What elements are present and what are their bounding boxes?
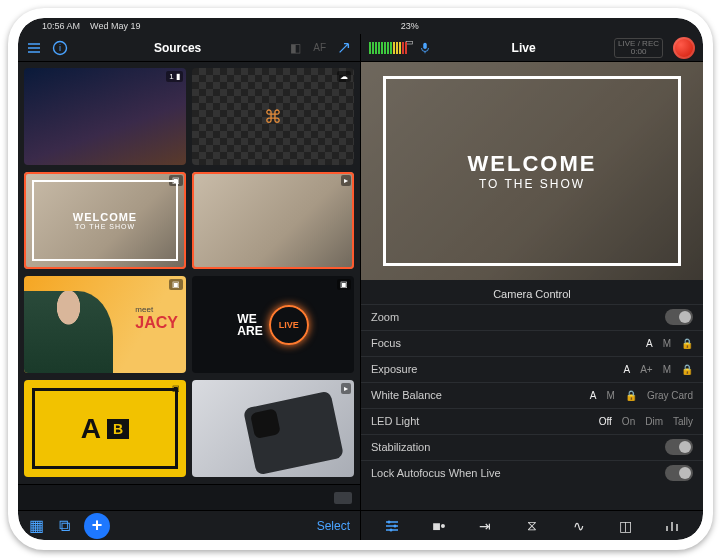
output-icon[interactable]: ⇥ [476,517,494,535]
source-thumb-6[interactable]: ▣ WEARE LIVE [192,276,354,373]
led-opt-dim[interactable]: Dim [645,416,663,427]
source-thumb-2[interactable]: ☁ ⌘ [192,68,354,165]
control-white-balance[interactable]: White Balance A M 🔒 Gray Card [361,382,703,408]
thumb6-live: LIVE [279,320,299,330]
overlay-icon[interactable]: ◫ [616,517,634,535]
layout-icon[interactable]: ⧉ [56,518,72,534]
left-footer: ▦ ⧉ + Select [18,510,360,540]
camera-icon[interactable]: ◧ [287,40,303,56]
exposure-opt-a[interactable]: A [623,364,630,375]
control-stabilization[interactable]: Stabilization [361,434,703,460]
control-zoom[interactable]: Zoom [361,304,703,330]
svg-text:i: i [59,43,61,53]
rec-badge-icon: 1 ▮ [166,71,183,82]
right-panel: Live LIVE / REC 0:00 WELCOME TO THE SHOW… [361,34,703,540]
exposure-opt-m[interactable]: M [663,364,671,375]
menu-icon[interactable] [26,40,42,56]
stabilization-toggle[interactable] [665,439,693,455]
record-button[interactable] [673,37,695,59]
focus-opt-a[interactable]: A [646,338,653,349]
share-icon[interactable] [336,40,352,56]
wb-opt-a[interactable]: A [590,390,597,401]
app-screen: 10:56 AM Wed May 19 ᯤ 23% ▭ i Sources [18,18,703,540]
lock-icon[interactable]: 🔒 [625,390,637,401]
source-thumb-8[interactable]: ▸ [192,380,354,477]
sources-title: Sources [154,41,201,55]
battery-label: 23% [401,21,419,31]
content: i Sources ◧ AF 1 ▮ ☁ ⌘ [18,34,703,540]
transition-icon[interactable]: ⧖ [523,517,541,535]
svg-point-5 [390,528,393,531]
lock-icon[interactable]: 🔒 [681,338,693,349]
camera-tab-icon[interactable]: ■• [430,517,448,535]
live-rec-time: 0:00 [618,48,659,56]
stab-label: Stabilization [371,441,665,453]
sliders-icon[interactable] [383,517,401,535]
camera-control-title: Camera Control [361,280,703,304]
svg-rect-2 [423,42,427,48]
source-thumb-4[interactable]: ▸ [192,172,354,269]
zoom-label: Zoom [371,311,665,323]
control-led[interactable]: LED Light Off On Dim Tally [361,408,703,434]
stats-icon[interactable] [663,517,681,535]
thumb5-name: JACY [135,314,178,332]
add-source-button[interactable]: + [84,513,110,539]
lockaf-label: Lock Autofocus When Live [371,467,665,479]
control-focus[interactable]: Focus A M 🔒 [361,330,703,356]
status-date: Wed May 19 [90,21,140,31]
status-bar: 10:56 AM Wed May 19 ᯤ 23% ▭ [18,18,703,34]
lock-icon[interactable]: 🔒 [681,364,693,375]
af-icon[interactable]: AF [313,42,326,53]
focus-opt-m[interactable]: M [663,338,671,349]
audio-meter [369,42,407,54]
ipad-frame: 10:56 AM Wed May 19 ᯤ 23% ▭ i Sources [8,8,713,550]
thumb6-are: ARE [237,324,262,338]
status-time: 10:56 AM [42,21,80,31]
thumb5-meet: meet [135,305,178,314]
mic-icon[interactable] [417,40,433,56]
led-opt-on[interactable]: On [622,416,635,427]
exposure-label: Exposure [371,363,623,375]
led-opt-tally[interactable]: Tally [673,416,693,427]
source-thumb-3[interactable]: ▣ WELCOME TO THE SHOW [24,172,186,269]
sources-footer-strip [18,484,360,510]
left-topbar: i Sources ◧ AF [18,34,360,62]
link-icon: ⌘ [264,106,282,128]
live-preview[interactable]: WELCOME TO THE SHOW [361,62,703,280]
live-rec-indicator: LIVE / REC 0:00 [614,38,663,58]
play-badge-icon: ▸ [341,175,351,186]
source-thumb-1[interactable]: 1 ▮ [24,68,186,165]
zoom-toggle[interactable] [665,309,693,325]
svg-point-4 [394,524,397,527]
image-badge-icon: ▣ [169,279,183,290]
source-thumb-7[interactable]: ▣ A B [24,380,186,477]
info-icon[interactable]: i [52,40,68,56]
control-exposure[interactable]: Exposure A A+ M 🔒 [361,356,703,382]
audio-wave-icon[interactable]: ∿ [570,517,588,535]
exposure-opt-aplus[interactable]: A+ [640,364,653,375]
wb-opt-gray[interactable]: Gray Card [647,390,693,401]
led-opt-off[interactable]: Off [599,416,612,427]
focus-label: Focus [371,337,646,349]
preview-line1: WELCOME [468,151,597,177]
control-lock-af[interactable]: Lock Autofocus When Live [361,460,703,486]
source-thumb-5[interactable]: ▣ meet JACY [24,276,186,373]
preview-line2: TO THE SHOW [479,177,585,191]
play-badge-icon: ▸ [341,383,351,394]
lock-af-toggle[interactable] [665,465,693,481]
left-panel: i Sources ◧ AF 1 ▮ ☁ ⌘ [18,34,361,540]
sources-grid: 1 ▮ ☁ ⌘ ▣ WELCOME TO THE SHOW ▸ [18,62,360,484]
thumb3-line2: TO THE SHOW [75,223,135,230]
placeholder-icon [334,492,352,504]
live-title: Live [512,41,536,55]
svg-point-3 [388,520,391,523]
camera-controls: Zoom Focus A M 🔒 Exposure A A+ [361,304,703,510]
wb-label: White Balance [371,389,590,401]
led-label: LED Light [371,415,599,427]
status-left: 10:56 AM Wed May 19 [42,21,140,31]
select-button[interactable]: Select [317,519,350,533]
image-badge-icon: ▣ [337,279,351,290]
wb-opt-m[interactable]: M [607,390,615,401]
grid-view-icon[interactable]: ▦ [28,518,44,534]
right-bottombar: ■• ⇥ ⧖ ∿ ◫ [361,510,703,540]
